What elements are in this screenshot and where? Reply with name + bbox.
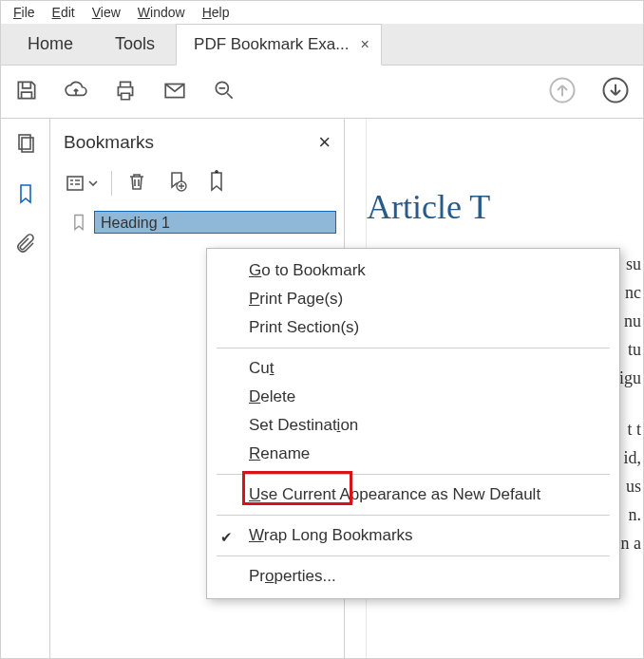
tab-tools[interactable]: Tools — [94, 23, 176, 65]
document-heading: Article T — [367, 187, 641, 227]
bookmarks-icon[interactable] — [14, 182, 37, 208]
tab-home[interactable]: Home — [7, 23, 94, 65]
separator — [111, 171, 112, 196]
ctx-separator — [217, 348, 610, 348]
zoom-icon[interactable] — [212, 78, 237, 105]
scroll-up-icon[interactable] — [548, 76, 577, 107]
menu-file[interactable]: File — [5, 4, 44, 21]
menu-help[interactable]: Help — [194, 4, 238, 21]
ctx-delete[interactable]: Delete — [207, 383, 619, 411]
ctx-go-to-bookmark[interactable]: Go to Bookmark — [207, 256, 619, 285]
ctx-properties[interactable]: Properties... — [207, 562, 619, 591]
ctx-use-current-appearance[interactable]: Use Current Appearance as New Default — [207, 480, 619, 509]
delete-bookmark-icon[interactable] — [125, 170, 148, 196]
new-bookmark-icon[interactable] — [165, 170, 188, 196]
bookmarks-list: Heading 1 — [50, 209, 344, 235]
tab-document-label: PDF Bookmark Exa... — [194, 35, 349, 54]
check-icon: ✔ — [220, 529, 233, 546]
scroll-down-icon[interactable] — [601, 76, 630, 107]
context-menu: Go to Bookmark Print Page(s) Print Secti… — [206, 248, 620, 599]
toolbar — [1, 66, 643, 119]
ctx-set-destination[interactable]: Set Destination — [207, 411, 619, 440]
expand-bookmark-icon[interactable] — [205, 170, 228, 196]
ctx-separator — [217, 474, 610, 475]
menu-edit[interactable]: Edit — [44, 4, 84, 21]
cloud-upload-icon[interactable] — [64, 78, 88, 105]
print-icon[interactable] — [113, 78, 138, 105]
ctx-print-sections[interactable]: Print Section(s) — [207, 313, 619, 342]
thumbnails-icon[interactable] — [14, 132, 37, 158]
ctx-wrap-long-bookmarks[interactable]: ✔ Wrap Long Bookmarks — [207, 521, 619, 550]
tab-document[interactable]: PDF Bookmark Exa... × — [176, 24, 382, 66]
bookmark-item-label[interactable]: Heading 1 — [94, 211, 336, 234]
nav-rail — [1, 119, 50, 658]
tab-strip: Home Tools PDF Bookmark Exa... × — [1, 24, 643, 66]
bookmark-glyph-icon — [69, 213, 88, 232]
mail-icon[interactable] — [162, 78, 187, 105]
menu-window[interactable]: Window — [129, 4, 194, 21]
ctx-separator — [217, 555, 610, 556]
save-icon[interactable] — [14, 78, 39, 105]
panel-close-icon[interactable]: × — [318, 130, 331, 155]
tab-close-icon[interactable]: × — [360, 36, 369, 53]
app-window: File Edit View Window Help Home Tools PD… — [0, 0, 644, 659]
menu-view[interactable]: View — [84, 4, 129, 21]
ctx-cut[interactable]: Cut — [207, 354, 619, 383]
menubar: File Edit View Window Help — [1, 1, 643, 24]
panel-toolbar — [50, 164, 344, 209]
attachments-icon[interactable] — [14, 233, 37, 258]
svg-rect-6 — [67, 177, 83, 190]
panel-title: Bookmarks — [64, 132, 154, 153]
ctx-rename[interactable]: Rename — [207, 440, 619, 468]
ctx-separator — [217, 515, 610, 516]
bookmark-item[interactable]: Heading 1 — [69, 209, 336, 235]
options-dropdown[interactable] — [64, 172, 98, 195]
ctx-print-pages[interactable]: Print Page(s) — [207, 285, 619, 313]
